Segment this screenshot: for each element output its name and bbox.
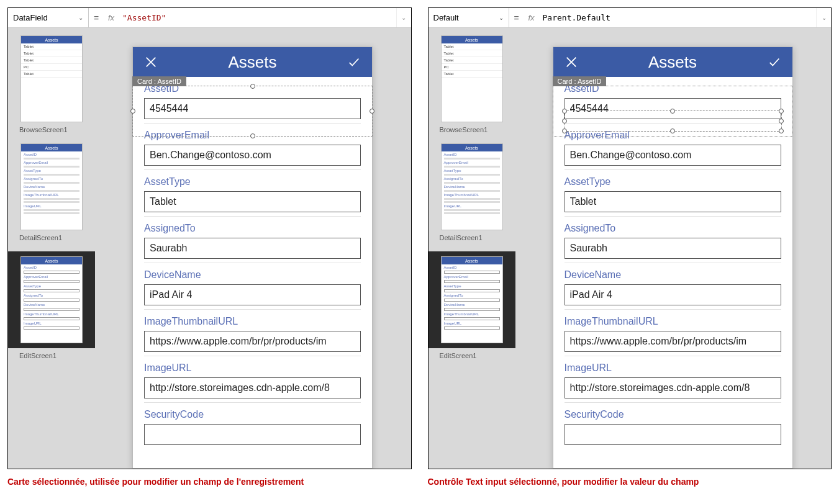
check-icon[interactable] — [768, 55, 781, 69]
form-card[interactable]: ImageURL — [144, 356, 361, 402]
property-dropdown[interactable]: Default ⌄ — [429, 8, 509, 28]
editor-panel-right: Default ⌄ = fx Parent.Default ⌄ Assets T… — [428, 7, 832, 469]
field-input[interactable] — [144, 284, 361, 305]
form-card[interactable]: DeviceName — [565, 263, 781, 309]
form-card[interactable]: DeviceName — [144, 263, 361, 309]
form-card[interactable]: ImageURL — [565, 356, 781, 402]
phone-header: Assets — [133, 47, 372, 77]
form-card[interactable]: ImageThumbnailURL — [565, 309, 781, 356]
formula-text: "AssetID" — [122, 13, 166, 22]
selection-tag: Card : AssetID — [132, 76, 186, 86]
caption-right: Contrôle Text input sélectionné, pour mo… — [428, 469, 832, 487]
field-input[interactable] — [565, 424, 781, 445]
form-card[interactable]: AssignedTo — [144, 216, 361, 263]
field-label: ImageThumbnailURL — [565, 316, 781, 327]
field-input[interactable] — [144, 424, 361, 445]
close-icon[interactable] — [144, 55, 158, 69]
screen-thumb-detail[interactable]: Assets AssetID ApproverEmail AssetType A… — [441, 143, 503, 230]
field-input[interactable] — [565, 284, 781, 305]
formula-input[interactable]: Parent.Default — [539, 13, 817, 22]
field-input[interactable] — [565, 331, 781, 352]
caption-left: Carte sélectionnée, utilisée pour modifi… — [7, 469, 412, 487]
formula-bar: Default ⌄ = fx Parent.Default ⌄ — [429, 8, 832, 28]
canvas[interactable]: Card : AssetID Assets AssetIDApproverEma… — [515, 28, 832, 469]
field-label: SecurityCode — [565, 409, 781, 420]
formula-expand-icon[interactable]: ⌄ — [816, 8, 831, 27]
fx-icon: fx — [104, 13, 119, 22]
field-input[interactable] — [565, 145, 781, 166]
field-label: DeviceName — [565, 269, 781, 281]
canvas[interactable]: Card : AssetID Assets AssetIDApproverEma… — [95, 28, 411, 469]
form-card[interactable]: AssetType — [565, 169, 781, 216]
form-card[interactable]: AssetType — [144, 169, 361, 216]
phone-header: Assets — [553, 47, 792, 77]
close-icon[interactable] — [565, 55, 578, 69]
thumb-label: EditScreen1 — [429, 352, 477, 359]
form-card[interactable]: ImageThumbnailURL — [144, 309, 361, 356]
field-label: AssetType — [565, 176, 781, 187]
chevron-down-icon: ⌄ — [499, 14, 504, 21]
screen-thumb-detail[interactable]: Assets AssetID ApproverEmail AssetType A… — [20, 143, 83, 230]
field-input[interactable] — [144, 238, 361, 259]
formula-expand-icon[interactable]: ⌄ — [396, 8, 411, 27]
field-label: ImageURL — [565, 362, 781, 374]
thumb-label: DetailScreen1 — [429, 234, 483, 241]
thumb-label: DetailScreen1 — [8, 234, 62, 241]
field-input[interactable] — [144, 331, 361, 352]
form-card[interactable]: AssignedTo — [565, 216, 781, 263]
screen-navigator: Assets Tablet Tablet Tablet PC Tablet Br… — [8, 28, 95, 469]
property-dropdown-label: DataField — [13, 13, 48, 22]
field-input[interactable] — [565, 238, 781, 259]
form-card[interactable]: SecurityCode — [565, 402, 781, 449]
card-selection-outline — [132, 86, 373, 137]
phone-title: Assets — [158, 53, 347, 72]
fx-icon: fx — [524, 13, 539, 22]
screen-navigator: Assets Tablet Tablet Tablet PC Tablet Br… — [429, 28, 515, 469]
field-label: ImageThumbnailURL — [144, 316, 361, 327]
screen-thumb-browse[interactable]: Assets Tablet Tablet Tablet PC Tablet — [441, 35, 503, 122]
form-card[interactable]: SecurityCode — [144, 402, 361, 449]
field-label: ImageURL — [144, 362, 361, 374]
field-input[interactable] — [565, 377, 781, 398]
field-input[interactable] — [144, 377, 361, 398]
thumb-label: EditScreen1 — [8, 352, 57, 359]
equals-sign: = — [89, 13, 104, 23]
field-label: DeviceName — [144, 269, 361, 281]
editor-panel-left: DataField ⌄ = fx "AssetID" ⌄ Assets Tabl… — [7, 7, 412, 469]
thumb-label: BrowseScreen1 — [8, 126, 68, 133]
check-icon[interactable] — [347, 55, 361, 69]
field-input[interactable] — [144, 145, 361, 166]
formula-input[interactable]: "AssetID" — [119, 13, 396, 22]
equals-sign: = — [509, 13, 524, 23]
formula-bar: DataField ⌄ = fx "AssetID" ⌄ — [8, 8, 411, 28]
chevron-down-icon: ⌄ — [78, 14, 83, 21]
field-label: AssignedTo — [144, 223, 361, 234]
phone-title: Assets — [578, 53, 768, 72]
field-label: AssignedTo — [565, 223, 781, 234]
input-selection-outline — [564, 110, 782, 132]
selection-tag: Card : AssetID — [553, 76, 607, 86]
property-dropdown-label: Default — [433, 13, 459, 22]
screen-thumb-edit[interactable]: Assets AssetID ApproverEmail AssetType A… — [20, 256, 83, 343]
screen-thumb-edit[interactable]: Assets AssetID ApproverEmail AssetType A… — [441, 256, 503, 343]
field-label: AssetType — [144, 176, 361, 187]
field-input[interactable] — [565, 191, 781, 212]
screen-thumb-browse[interactable]: Assets Tablet Tablet Tablet PC Tablet — [20, 35, 83, 122]
property-dropdown[interactable]: DataField ⌄ — [8, 8, 89, 28]
thumb-label: BrowseScreen1 — [429, 126, 488, 133]
formula-text: Parent.Default — [543, 13, 611, 22]
field-input[interactable] — [144, 191, 361, 212]
field-label: SecurityCode — [144, 409, 361, 420]
